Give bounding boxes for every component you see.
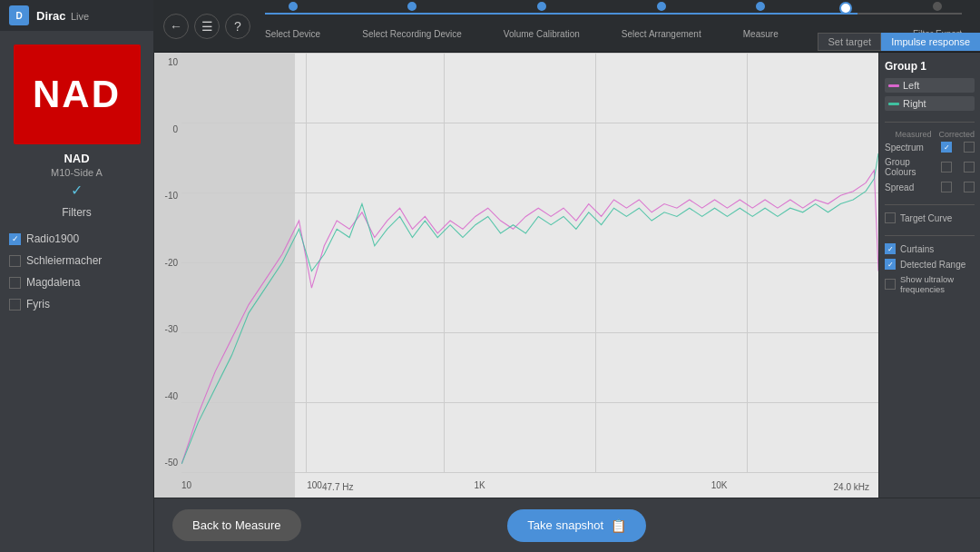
detected-range-label: Detected Range [900,260,975,270]
step-dot [407,2,416,11]
step-select-device[interactable]: Select Device [265,2,320,43]
y-label--50: -50 [165,458,178,468]
dirac-icon: D [9,5,29,25]
y-axis: 100-10-20-30-40-50 [154,53,181,472]
filter-item-fyris[interactable]: Fyris [9,293,144,315]
chart-area: 100-10-20-30-40-50 101001K10K 47.7 Hz 24… [154,53,878,498]
step-label: Measure [743,29,779,39]
measured-checkbox-spectrum[interactable] [941,142,952,153]
detected-range-checkbox[interactable] [885,259,896,270]
show-ultralow-label: Show ultralow frequencies [900,274,975,295]
y-label--10: -10 [165,191,178,201]
channel-list: LeftRight [885,78,975,114]
group-label: Group 1 [885,60,975,73]
app-name: Dirac Live [36,9,89,23]
channel-item-left: Left [885,78,975,93]
step-measure[interactable]: Measure [743,2,779,43]
step-dot [657,2,666,11]
corrected-col-label: Corrected [938,130,975,139]
frequency-chart [181,53,878,464]
app-live: Live [71,11,89,22]
measured-col-label: Measured [895,130,931,139]
top-navigation: ← ☰ ? Select DeviceSelect Recording Devi… [154,0,980,53]
step-dot [933,2,942,11]
channel-color-bar [888,103,899,105]
bottom-bar: Back to Measure Take snapshot 📋 [154,498,980,552]
filter-tabs: Set targetImpulse response [818,33,980,51]
device-name: NAD [64,152,89,165]
y-label-0: 0 [172,124,178,134]
panel-row-label: Spectrum [885,143,936,153]
step-dot [289,2,298,11]
check-icon: ✓ [71,182,83,199]
y-label--20: -20 [165,258,178,268]
measured-checkbox-spread[interactable] [941,182,952,192]
panel-row-group-colours: Group Colours [885,157,975,177]
y-label--40: -40 [165,391,178,401]
back-to-measure-button[interactable]: Back to Measure [172,509,301,541]
tab-set-target[interactable]: Set target [818,33,881,51]
step-label: Select Device [265,29,320,39]
y-label--30: -30 [165,324,178,334]
target-curve-row: Target Curve [885,212,975,223]
snapshot-icon: 📋 [611,518,626,533]
snapshot-label: Take snapshot [527,518,603,532]
step-dot [756,2,765,11]
show-ultralow-row: Show ultralow frequencies [885,274,975,295]
detected-range-row: Detected Range [885,259,975,270]
filters-label: Filters [62,206,92,219]
channel-name: Left [903,80,919,91]
brand-name: NAD [33,73,121,116]
right-panel: Group 1 LeftRight Measured Corrected Spe… [878,53,980,498]
target-curve-checkbox[interactable] [885,212,896,223]
logo-bar: D Dirac Live [0,0,153,31]
panel-rows: SpectrumGroup ColoursSpread [885,142,975,197]
curtains-checkbox[interactable] [885,243,896,254]
main-content: ← ☰ ? Select DeviceSelect Recording Devi… [154,0,980,552]
step-dot [839,2,852,15]
measured-checkbox-group-colours[interactable] [941,162,952,172]
divider-3 [885,235,975,236]
panel-row-label: Group Colours [885,157,936,177]
channel-color-bar [888,84,899,87]
x-label-1K: 1K [475,480,485,490]
back-button[interactable]: ← [163,14,189,39]
target-curve-label: Target Curve [900,213,975,223]
filter-item-magdalena[interactable]: Magdalena [9,271,144,293]
x-axis: 101001K10K [181,472,878,498]
divider-1 [885,122,975,123]
show-ultralow-checkbox[interactable] [885,279,896,290]
step-volume-calibration[interactable]: Volume Calibration [504,2,580,43]
freq-label-left: 47.7 Hz [322,482,353,492]
step-select-arrangement[interactable]: Select Arrangement [622,2,701,43]
y-label-10: 10 [168,57,178,67]
filter-item-radio1900[interactable]: Radio1900 [9,228,144,250]
corrected-checkbox-spread[interactable] [964,182,975,192]
sidebar: D Dirac Live NAD NAD M10-Side A ✓ Filter… [0,0,154,552]
x-label-100: 100 [307,480,322,490]
freq-label-right: 24.0 kHz [834,482,869,492]
panel-row-label: Spread [885,182,936,192]
step-dot [537,2,546,11]
step-select-recording-device[interactable]: Select Recording Device [362,2,462,43]
take-snapshot-button[interactable]: Take snapshot 📋 [507,509,646,542]
channel-name: Right [903,98,926,109]
help-button[interactable]: ? [225,14,250,39]
step-label: Select Recording Device [362,29,462,39]
curtains-row: Curtains [885,243,975,254]
device-sub: M10-Side A [51,167,103,178]
channel-item-right: Right [885,96,975,111]
corrected-checkbox-group-colours[interactable] [964,162,975,172]
x-label-10: 10 [181,480,191,490]
menu-button[interactable]: ☰ [194,14,220,39]
filter-list: Radio1900SchleiermacherMagdalenaFyris [0,228,153,315]
curtains-label: Curtains [900,244,975,254]
step-label: Select Arrangement [622,29,701,39]
x-label-10K: 10K [711,480,728,490]
filter-item-schleiermacher[interactable]: Schleiermacher [9,250,144,271]
content-area: 100-10-20-30-40-50 101001K10K 47.7 Hz 24… [154,53,980,498]
panel-row-spread: Spread [885,182,975,192]
corrected-checkbox-spectrum[interactable] [964,142,975,153]
panel-column-headers: Measured Corrected [885,130,975,139]
tab-impulse-response[interactable]: Impulse response [881,33,980,51]
